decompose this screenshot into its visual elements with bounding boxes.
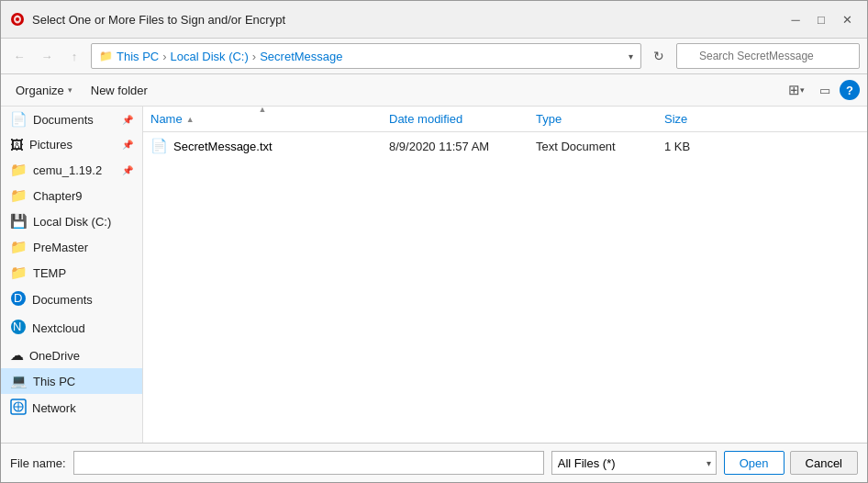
col-header-name[interactable]: Name ▲ (143, 110, 382, 128)
premaster-icon: 📁 (10, 239, 28, 255)
address-path: 📁 This PC › Local Disk (C:) › SecretMess… (91, 43, 641, 69)
file-date: 8/9/2020 11:57 AM (382, 138, 529, 155)
sidebar-item-documents[interactable]: D Documents (1, 286, 142, 314)
view-icon: ⊞ (788, 82, 800, 98)
up-button[interactable]: ↑ (63, 45, 85, 67)
toolbar: Organize ▾ New folder ⊞ ▾ ▭ ? (1, 74, 867, 107)
refresh-button[interactable]: ↻ (647, 44, 671, 68)
file-name-label: File name: (10, 456, 66, 470)
table-row[interactable]: 📄 SecretMessage.txt 8/9/2020 11:57 AM Te… (143, 132, 867, 160)
path-dropdown-icon: ▾ (629, 51, 633, 62)
sidebar-item-onedrive[interactable]: ☁ OneDrive (1, 343, 142, 368)
open-button[interactable]: Open (724, 451, 785, 475)
file-name-input[interactable] (73, 451, 544, 475)
organize-chevron-icon: ▾ (68, 85, 72, 95)
sidebar-item-pictures-pinned[interactable]: 🖼 Pictures 📌 (1, 132, 142, 157)
pin-icon-cemu: 📌 (122, 165, 133, 175)
local-disk-icon: 💾 (10, 213, 28, 230)
column-headers: Name ▲ Date modified Type Size (143, 107, 867, 132)
minimize-button[interactable]: ─ (785, 8, 807, 30)
content-area: Name ▲ Date modified Type Size 📄 (143, 107, 867, 443)
sidebar-item-temp[interactable]: 📁 TEMP (1, 260, 142, 286)
cemu-icon: 📁 (10, 162, 28, 178)
col-type-label: Type (536, 112, 562, 126)
sidebar-item-label-premaster: PreMaster (33, 241, 88, 254)
col-header-size[interactable]: Size (657, 110, 730, 128)
svg-text:D: D (14, 291, 22, 305)
file-name-cell: 📄 SecretMessage.txt (143, 136, 382, 156)
search-wrapper: 🔍 (676, 43, 860, 69)
app-icon (10, 12, 25, 27)
svg-point-1 (16, 17, 19, 21)
col-header-date[interactable]: Date modified (382, 110, 529, 128)
sidebar-item-label-documents: Documents (32, 293, 93, 307)
file-name: SecretMessage.txt (173, 140, 273, 153)
sidebar-item-premaster[interactable]: 📁 PreMaster (1, 234, 142, 260)
sidebar-item-cemu[interactable]: 📁 cemu_1.19.2 📌 (1, 157, 142, 183)
title-bar: Select One or More Files to Sign and/or … (1, 1, 867, 39)
this-pc-icon: 💻 (10, 373, 28, 389)
col-name-label: Name (150, 112, 183, 126)
temp-icon: 📁 (10, 264, 28, 281)
sidebar-item-label-temp: TEMP (33, 266, 66, 280)
search-input[interactable] (676, 43, 860, 69)
main-area: 📄 Documents 📌 🖼 Pictures 📌 📁 cemu_1.19.2… (1, 107, 867, 443)
sidebar-item-label-local-disk: Local Disk (C:) (33, 215, 111, 229)
preview-pane-button[interactable]: ▭ (814, 80, 836, 101)
file-dialog: Select One or More Files to Sign and/or … (0, 0, 868, 483)
back-button[interactable]: ← (8, 45, 30, 67)
bottom-bar: File name: All Files (*) ▾ Open Cancel (1, 443, 867, 482)
file-icon: 📄 (150, 138, 168, 154)
file-list: 📄 SecretMessage.txt 8/9/2020 11:57 AM Te… (143, 132, 867, 443)
new-folder-button[interactable]: New folder (83, 80, 155, 101)
documents-pinned-icon: 📄 (10, 111, 28, 128)
action-buttons: Open Cancel (724, 451, 858, 475)
chapter9-icon: 📁 (10, 187, 28, 204)
pin-icon-documents: 📌 (122, 115, 133, 125)
col-header-type[interactable]: Type (529, 110, 657, 128)
view-chevron-icon: ▾ (800, 85, 805, 95)
title-bar-left: Select One or More Files to Sign and/or … (10, 12, 285, 27)
sidebar-item-network[interactable]: Network (1, 394, 142, 422)
close-button[interactable]: ✕ (836, 8, 858, 30)
forward-button[interactable]: → (36, 45, 58, 67)
sidebar-item-label-network: Network (32, 401, 76, 415)
path-sep-1: › (162, 50, 166, 63)
svg-text:N: N (13, 320, 21, 333)
organize-button[interactable]: Organize ▾ (8, 80, 80, 101)
sort-asc-icon: ▲ (186, 115, 195, 124)
file-type: Text Document (529, 138, 657, 155)
sidebar-item-label-nextcloud: Nextcloud (32, 321, 85, 335)
new-folder-label: New folder (91, 84, 148, 97)
path-root[interactable]: This PC (117, 50, 159, 63)
address-bar: ← → ↑ 📁 This PC › Local Disk (C:) › Secr… (1, 39, 867, 74)
help-button[interactable]: ? (840, 80, 860, 100)
file-type-select[interactable]: All Files (*) (551, 451, 717, 475)
view-button[interactable]: ⊞ ▾ (783, 78, 810, 102)
maximize-button[interactable]: □ (810, 8, 832, 30)
sidebar: 📄 Documents 📌 🖼 Pictures 📌 📁 cemu_1.19.2… (1, 107, 143, 443)
title-bar-controls: ─ □ ✕ (785, 8, 858, 30)
sidebar-item-chapter9[interactable]: 📁 Chapter9 (1, 183, 142, 208)
cancel-button[interactable]: Cancel (790, 451, 858, 475)
dialog-title: Select One or More Files to Sign and/or … (32, 13, 285, 27)
sidebar-item-this-pc[interactable]: 💻 This PC (1, 368, 142, 394)
sidebar-item-local-disk[interactable]: 💾 Local Disk (C:) (1, 208, 142, 234)
sidebar-item-nextcloud[interactable]: N Nextcloud (1, 314, 142, 343)
path-level2[interactable]: SecretMessage (260, 50, 342, 63)
col-size-label: Size (664, 112, 687, 126)
onedrive-icon: ☁ (10, 347, 24, 364)
pictures-pinned-icon: 🖼 (10, 137, 24, 152)
sidebar-item-label-onedrive: OneDrive (29, 349, 80, 363)
col-date-label: Date modified (389, 112, 462, 126)
sidebar-item-documents-pinned[interactable]: 📄 Documents 📌 (1, 107, 142, 132)
network-icon (10, 399, 27, 418)
sidebar-item-label-this-pc: This PC (33, 375, 75, 388)
nextcloud-icon: N (10, 319, 27, 338)
preview-icon: ▭ (819, 84, 830, 97)
path-folder-icon: 📁 (99, 50, 113, 62)
pin-icon-pictures: 📌 (122, 140, 133, 150)
sidebar-item-label-pictures-pinned: Pictures (29, 138, 72, 152)
path-level1[interactable]: Local Disk (C:) (171, 50, 249, 63)
sidebar-item-label-cemu: cemu_1.19.2 (33, 163, 102, 177)
